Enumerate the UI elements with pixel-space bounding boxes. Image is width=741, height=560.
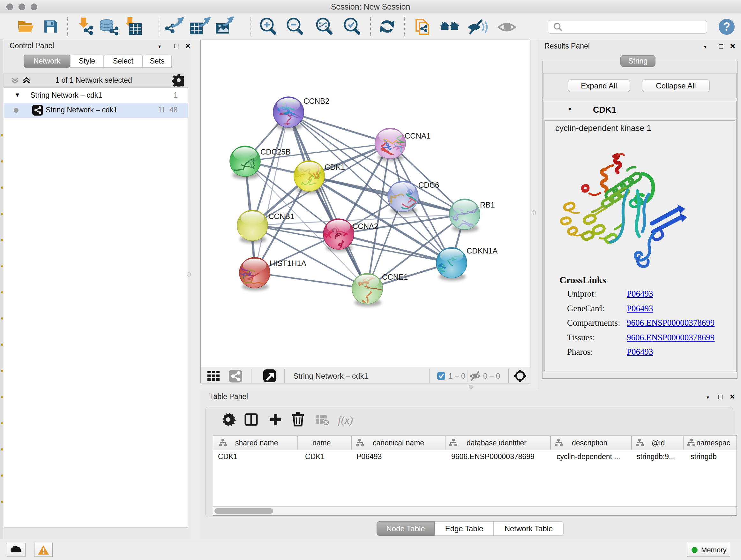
- svg-text:CDKN1A: CDKN1A: [467, 246, 497, 255]
- svg-text:HIST1H1A: HIST1H1A: [270, 259, 307, 267]
- svg-text:description: description: [572, 439, 607, 447]
- svg-text:CDK1: CDK1: [325, 163, 345, 172]
- svg-text:CCNE1: CCNE1: [382, 273, 408, 281]
- svg-text:database identifier: database identifier: [467, 439, 527, 447]
- svg-text:RB1: RB1: [480, 200, 495, 209]
- svg-text:CDC6: CDC6: [418, 181, 439, 189]
- svg-text:1 – 0: 1 – 0: [448, 372, 465, 380]
- svg-text:0 – 0: 0 – 0: [483, 372, 500, 380]
- svg-text:f(x): f(x): [338, 414, 353, 426]
- svg-text:canonical name: canonical name: [373, 439, 424, 447]
- svg-text:?: ?: [723, 20, 730, 33]
- svg-text:CCNA1: CCNA1: [405, 132, 430, 140]
- svg-text:namespac: namespac: [696, 439, 730, 447]
- svg-text:CCNB1: CCNB1: [268, 212, 294, 221]
- svg-text:CCNA2: CCNA2: [352, 222, 378, 231]
- svg-text:String Network – cdk1: String Network – cdk1: [293, 372, 368, 380]
- svg-text:CCNB2: CCNB2: [304, 97, 329, 105]
- svg-text:shared name: shared name: [235, 439, 278, 447]
- svg-text:name: name: [313, 439, 331, 447]
- svg-text:CDC25B: CDC25B: [260, 147, 291, 156]
- svg-text:@id: @id: [652, 439, 665, 447]
